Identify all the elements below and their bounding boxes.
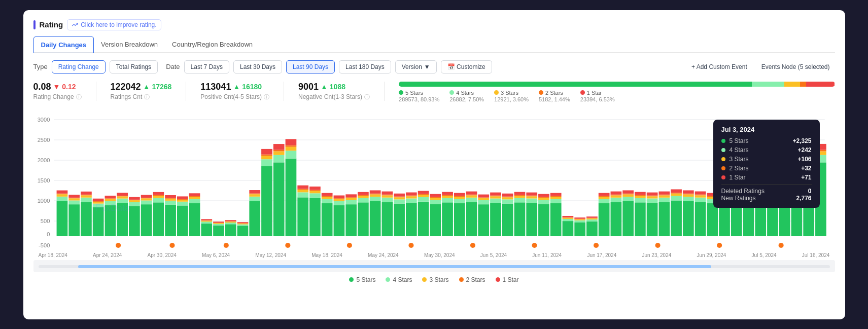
bar-segment (213, 223, 224, 224)
filter-90d[interactable]: Last 90 Days (286, 60, 335, 74)
bar-segment (454, 203, 465, 236)
bar-segment (117, 198, 128, 202)
bar-segment (309, 193, 321, 198)
bar-segment (502, 197, 513, 199)
bar-segment (369, 193, 380, 194)
tooltip-item-value: +106 (797, 156, 811, 163)
metric-rating-change: 0.08 ▼ 0.12 Rating Change ⓘ (33, 82, 96, 101)
bar-segment (177, 196, 188, 199)
customize-btn[interactable]: 📅 Customize (441, 60, 492, 74)
metric-rating-change-label: Rating Change ⓘ (33, 93, 82, 101)
svg-text:500: 500 (40, 218, 50, 224)
bar-segment (466, 197, 477, 202)
star-name-3star: 3 Stars (501, 90, 518, 96)
bar-segment (405, 203, 416, 236)
bar-segment (635, 192, 646, 195)
bar-segment (105, 198, 116, 199)
x-label: Apr 24, 2024 (93, 252, 122, 258)
bar-segment (418, 195, 429, 197)
tab-version-breakdown[interactable]: Version Breakdown (94, 36, 165, 53)
bar-segment (514, 198, 525, 202)
tooltip-new-value: 2,776 (796, 195, 811, 202)
bar-segment (345, 198, 357, 200)
bar-segment (153, 192, 164, 195)
info-icon-1: ⓘ (144, 93, 150, 101)
tooltip-item-value: +2,325 (792, 137, 811, 144)
metrics-row: 0.08 ▼ 0.12 Rating Change ⓘ 122042 ▲ 172… (33, 82, 835, 102)
tooltip-dot (721, 148, 725, 152)
bar-segment (321, 197, 332, 199)
event-dot[interactable] (408, 243, 413, 248)
event-dot[interactable] (285, 243, 290, 248)
bar-segment (261, 156, 272, 159)
bar-segment (466, 195, 477, 197)
event-dot[interactable] (532, 243, 537, 248)
tab-daily-changes[interactable]: Daily Changes (33, 36, 94, 53)
bar-segment (68, 204, 80, 236)
star-name-1star: 1 Star (587, 90, 602, 96)
metric-negative-cnt-label: Negative Cnt(1-3 Stars) ⓘ (298, 93, 370, 101)
bar-segment (550, 197, 561, 199)
bar-segment (321, 199, 332, 203)
event-dot[interactable] (169, 243, 175, 248)
header: Rating Click here to improve rating. (33, 19, 835, 30)
bar-segment (646, 196, 657, 198)
tooltip-dot (721, 157, 725, 161)
bar-segment (658, 194, 670, 195)
event-dot[interactable] (717, 243, 722, 248)
bar-segment (442, 202, 453, 236)
scrollbar-track (39, 265, 830, 268)
x-label: May 18, 2024 (311, 252, 342, 258)
event-dot[interactable] (655, 243, 660, 248)
x-label: Apr 18, 2024 (39, 252, 67, 258)
bar-segment (442, 198, 453, 202)
bar-segment (68, 195, 80, 198)
bar-segment (418, 201, 429, 236)
bar-segment (345, 194, 357, 197)
tooltip-item-value: +71 (801, 174, 811, 181)
event-dot[interactable] (470, 243, 475, 248)
metric-ratings-cnt-main: 122042 ▲ 17268 (111, 82, 172, 92)
bar-segment (598, 197, 609, 199)
info-icon-0: ⓘ (76, 93, 82, 101)
event-dot[interactable] (223, 243, 228, 248)
bar-segment (610, 202, 621, 236)
add-custom-event-btn[interactable]: + Add Custom Event (686, 61, 752, 73)
bar-segment (201, 223, 212, 236)
bar-segment (333, 199, 344, 201)
events-node-btn[interactable]: Events Node (5 selected) (756, 61, 835, 73)
bar-segment (526, 195, 537, 196)
scrollbar-area[interactable] (33, 260, 835, 272)
bar-segment (201, 221, 212, 222)
bar-segment (671, 196, 682, 200)
bar-segment (117, 196, 128, 198)
bar-segment (358, 198, 369, 202)
scrollbar-thumb[interactable] (78, 265, 711, 268)
filter-30d[interactable]: Last 30 Days (233, 60, 282, 74)
bar-segment (526, 198, 537, 203)
event-dot[interactable] (116, 243, 121, 248)
tooltip-item-label: 3 Stars (730, 156, 794, 163)
bar-segment (538, 204, 549, 236)
bar-segment (454, 193, 465, 196)
filter-version[interactable]: Version ▼ (395, 60, 437, 74)
bar-segment (177, 199, 188, 201)
bar-segment (261, 166, 272, 236)
filter-180d[interactable]: Last 180 Days (339, 60, 391, 74)
star-legend-item-4star: 4 Stars 26882, 7.50% (449, 90, 484, 102)
filter-total-ratings[interactable]: Total Ratings (110, 60, 158, 74)
legend-dot (422, 277, 427, 282)
event-dot[interactable] (778, 243, 783, 248)
tab-country-breakdown[interactable]: Country/Region Breakdown (165, 36, 260, 53)
star-val-2star: 5182, 1.44% (539, 96, 570, 102)
improve-link[interactable]: Click here to improve rating. (67, 19, 161, 30)
filter-rating-change[interactable]: Rating Change (52, 60, 106, 74)
legend-item-2-stars: 2 Stars (459, 276, 485, 283)
bar-segment (430, 194, 441, 197)
event-dot[interactable] (593, 243, 598, 248)
filter-7d[interactable]: Last 7 Days (184, 60, 229, 74)
bar-segment (658, 191, 670, 194)
bar-segment (153, 198, 164, 202)
bar-segment (237, 223, 248, 224)
event-dot[interactable] (346, 243, 352, 248)
